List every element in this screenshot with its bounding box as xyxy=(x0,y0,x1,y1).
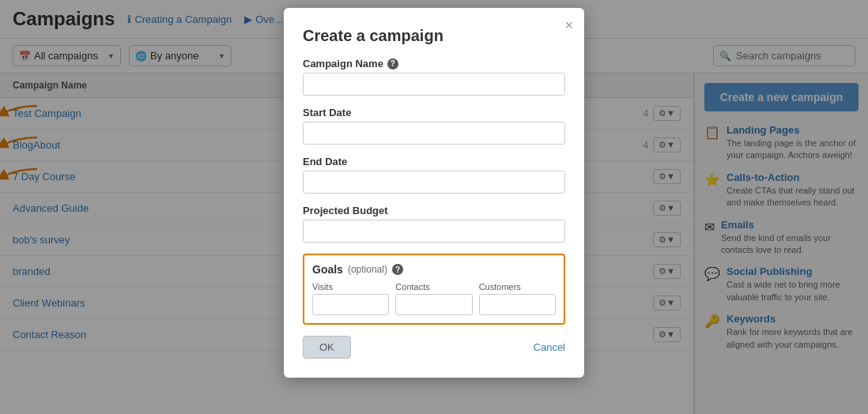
contacts-group: Contacts xyxy=(395,282,472,315)
ok-button[interactable]: OK xyxy=(303,336,351,359)
visits-label: Visits xyxy=(312,282,389,292)
start-date-label: Start Date xyxy=(303,107,565,119)
visits-group: Visits xyxy=(312,282,389,315)
end-date-input[interactable] xyxy=(303,171,565,194)
goals-inputs: Visits Contacts Customers xyxy=(312,282,556,315)
campaign-name-group: Campaign Name ? xyxy=(303,58,565,96)
modal-overlay: × Create a campaign Campaign Name ? Star… xyxy=(0,0,868,414)
create-campaign-modal: × Create a campaign Campaign Name ? Star… xyxy=(284,8,584,378)
customers-input[interactable] xyxy=(479,294,556,315)
goals-label: Goals (optional) ? xyxy=(312,263,556,276)
campaign-name-help-icon[interactable]: ? xyxy=(387,58,398,70)
start-date-input[interactable] xyxy=(303,122,565,145)
contacts-label: Contacts xyxy=(395,282,472,292)
projected-budget-group: Projected Budget xyxy=(303,205,565,243)
goals-section: Goals (optional) ? Visits Contacts Custo… xyxy=(303,254,565,325)
customers-label: Customers xyxy=(479,282,556,292)
visits-input[interactable] xyxy=(312,294,389,315)
projected-budget-label: Projected Budget xyxy=(303,205,565,216)
goals-help-icon[interactable]: ? xyxy=(392,264,403,275)
end-date-group: End Date xyxy=(303,156,565,194)
goals-optional-text: (optional) xyxy=(348,264,387,275)
campaign-name-input[interactable] xyxy=(303,73,565,96)
customers-group: Customers xyxy=(479,282,556,315)
start-date-group: Start Date xyxy=(303,107,565,145)
contacts-input[interactable] xyxy=(395,294,472,315)
cancel-button[interactable]: Cancel xyxy=(534,341,565,353)
modal-title: Create a campaign xyxy=(303,27,565,45)
modal-close-button[interactable]: × xyxy=(564,17,573,34)
end-date-label: End Date xyxy=(303,156,565,167)
campaign-name-label: Campaign Name ? xyxy=(303,58,565,70)
modal-footer: OK Cancel xyxy=(303,336,565,359)
goals-title: Goals xyxy=(312,263,343,276)
projected-budget-input[interactable] xyxy=(303,220,565,243)
